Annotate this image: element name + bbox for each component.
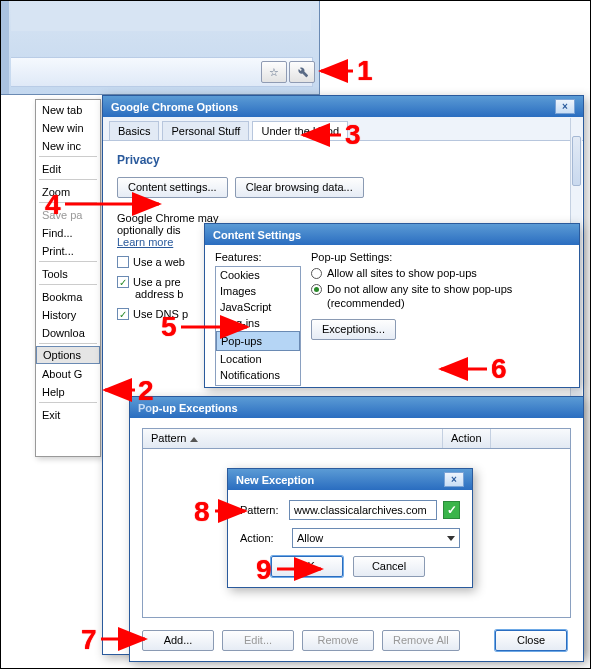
menu-item-about[interactable]: About G — [36, 364, 100, 382]
feature-item-plugins[interactable]: Plug-ins — [216, 315, 300, 331]
wrench-context-menu: New tab New win New inc Edit Zoom Save p… — [35, 99, 101, 457]
close-button[interactable]: × — [444, 472, 464, 487]
menu-separator — [39, 261, 97, 262]
browser-titlebar — [11, 5, 311, 31]
column-pattern[interactable]: Pattern — [143, 429, 443, 448]
exceptions-button[interactable]: Exceptions... — [311, 319, 396, 340]
menu-separator — [39, 179, 97, 180]
bookmark-star-button[interactable]: ☆ — [261, 61, 287, 83]
content-settings-titlebar: Content Settings — [205, 224, 579, 245]
menu-item-downloads[interactable]: Downloa — [36, 323, 100, 341]
sort-ascending-icon — [190, 437, 198, 442]
menu-item-find[interactable]: Find... — [36, 223, 100, 241]
checkbox-web-service[interactable] — [117, 256, 129, 268]
menu-item-new-incognito[interactable]: New inc — [36, 136, 100, 154]
menu-item-new-window[interactable]: New win — [36, 118, 100, 136]
feature-item-notifications[interactable]: Notifications — [216, 367, 300, 383]
feature-item-location[interactable]: Location — [216, 351, 300, 367]
menu-item-edit[interactable]: Edit — [36, 159, 100, 177]
checkbox-dns-prefetch[interactable]: ✓ — [117, 308, 129, 320]
cancel-button[interactable]: Cancel — [353, 556, 425, 577]
menu-item-options[interactable]: Options — [36, 346, 100, 364]
menu-item-print[interactable]: Print... — [36, 241, 100, 259]
close-button[interactable]: Close — [495, 630, 567, 651]
exceptions-table-header: Pattern Action — [143, 429, 570, 449]
pattern-label: Pattern: — [240, 504, 283, 516]
chevron-down-icon — [447, 536, 455, 541]
feature-item-popups[interactable]: Pop-ups — [216, 331, 300, 351]
tab-basics[interactable]: Basics — [109, 121, 159, 140]
menu-separator — [39, 343, 97, 344]
learn-more-link[interactable]: Learn more — [117, 236, 173, 248]
action-label: Action: — [240, 532, 286, 544]
add-button[interactable]: Add... — [142, 630, 214, 651]
annotation-1: 1 — [357, 55, 373, 87]
annotation-5: 5 — [161, 311, 177, 343]
menu-separator — [39, 402, 97, 403]
remove-all-button[interactable]: Remove All — [382, 630, 460, 651]
content-settings-title: Content Settings — [213, 229, 301, 241]
feature-item-cookies[interactable]: Cookies — [216, 267, 300, 283]
annotation-4: 4 — [45, 189, 61, 221]
tab-under-the-hood[interactable]: Under the Hood — [252, 121, 348, 140]
radio-label: Do not allow any site to show pop-ups — [327, 283, 512, 295]
exceptions-titlebar: PoPop-up Exceptionsp-up Exceptions — [130, 397, 583, 418]
content-settings-window: Content Settings Features: Cookies Image… — [204, 223, 580, 388]
browser-window-fragment: ☆ — [1, 1, 320, 95]
content-settings-button[interactable]: Content settings... — [117, 177, 228, 198]
feature-item-javascript[interactable]: JavaScript — [216, 299, 300, 315]
radio-allow-popups[interactable] — [311, 268, 322, 279]
options-title: Google Chrome Options — [111, 101, 238, 113]
annotation-6: 6 — [491, 353, 507, 385]
checkbox-prediction[interactable]: ✓ — [117, 276, 129, 288]
radio-label-line2: (recommended) — [327, 297, 569, 309]
privacy-heading: Privacy — [117, 153, 569, 167]
scrollbar-thumb[interactable] — [572, 136, 581, 186]
pattern-input[interactable] — [289, 500, 437, 520]
tab-personal-stuff[interactable]: Personal Stuff — [162, 121, 249, 140]
checkbox-label: Use a pre — [133, 276, 181, 288]
options-tabs: Basics Personal Stuff Under the Hood — [103, 117, 583, 141]
clear-browsing-data-button[interactable]: Clear browsing data... — [235, 177, 364, 198]
radio-label: Allow all sites to show pop-ups — [327, 267, 477, 279]
new-exception-title: New Exception — [236, 474, 314, 486]
options-titlebar: Google Chrome Options × — [103, 96, 583, 117]
menu-item-history[interactable]: History — [36, 305, 100, 323]
menu-item-exit[interactable]: Exit — [36, 405, 100, 423]
ok-button[interactable]: OK — [271, 556, 343, 577]
menu-item-help[interactable]: Help — [36, 382, 100, 400]
remove-button[interactable]: Remove — [302, 630, 374, 651]
menu-separator — [39, 156, 97, 157]
checkbox-label: Use a web — [133, 256, 185, 268]
new-exception-titlebar: New Exception × — [228, 469, 472, 490]
close-button[interactable]: × — [555, 99, 575, 114]
popup-settings-heading: Pop-up Settings: — [311, 251, 569, 263]
menu-item-tools[interactable]: Tools — [36, 264, 100, 282]
annotation-9: 9 — [256, 554, 272, 586]
valid-check-icon: ✓ — [443, 501, 460, 519]
annotation-2: 2 — [138, 375, 154, 407]
action-select[interactable]: Allow — [292, 528, 460, 548]
annotation-7: 7 — [81, 624, 97, 656]
wrench-menu-button[interactable] — [289, 61, 315, 83]
wrench-icon — [295, 64, 309, 80]
features-label: Features: — [215, 251, 301, 263]
feature-item-images[interactable]: Images — [216, 283, 300, 299]
column-action[interactable]: Action — [443, 429, 491, 448]
menu-item-bookmarks[interactable]: Bookma — [36, 287, 100, 305]
action-select-value: Allow — [297, 532, 323, 544]
menu-item-new-tab[interactable]: New tab — [36, 100, 100, 118]
exceptions-footer: Add... Edit... Remove Remove All Close — [142, 630, 571, 651]
annotation-8: 8 — [194, 496, 210, 528]
radio-block-popups[interactable] — [311, 284, 322, 295]
edit-button[interactable]: Edit... — [222, 630, 294, 651]
star-icon: ☆ — [269, 66, 279, 79]
annotation-3: 3 — [345, 119, 361, 151]
features-list: Cookies Images JavaScript Plug-ins Pop-u… — [215, 266, 301, 386]
menu-separator — [39, 284, 97, 285]
